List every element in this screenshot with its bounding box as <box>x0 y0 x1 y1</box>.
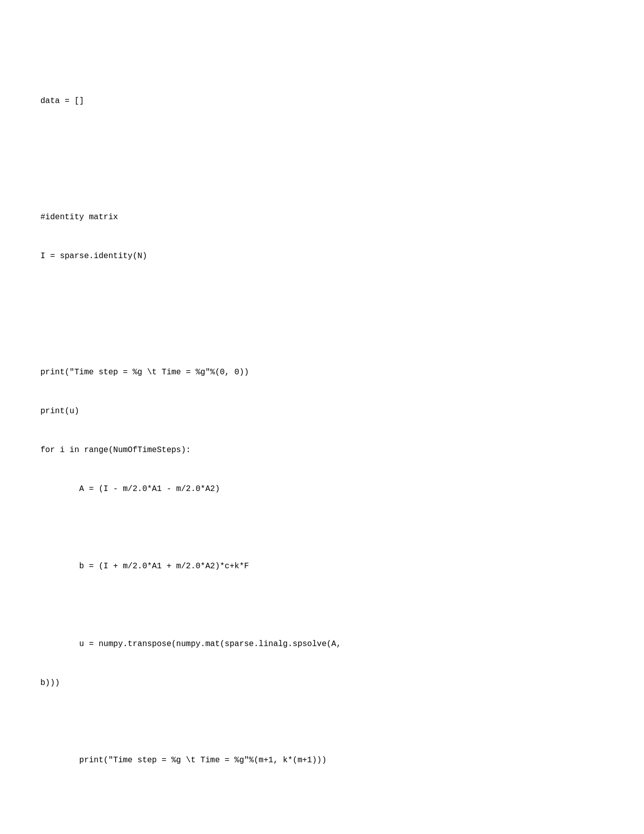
code-line-b-close: b))) <box>40 677 604 690</box>
code-line-printu: print(u) <box>40 405 604 418</box>
blank-line <box>40 173 604 186</box>
code-line-identity: I = sparse.identity(N) <box>40 250 604 263</box>
code-block: data = [] #identity matrix I = sparse.id… <box>40 30 604 834</box>
blank-line <box>40 289 604 302</box>
blank-line <box>40 328 604 341</box>
blank-line <box>40 134 604 147</box>
code-line-print2: print("Time step = %g \t Time = %g"%(m+1… <box>40 754 604 767</box>
blank-line <box>40 56 604 69</box>
code-line-comment: #identity matrix <box>40 211 604 224</box>
code-line-a: A = (I - m/2.0*A1 - m/2.0*A2) <box>40 483 604 496</box>
code-line-u: u = numpy.transpose(numpy.mat(sparse.lin… <box>40 638 604 651</box>
code-line-for: for i in range(NumOfTimeSteps): <box>40 444 604 457</box>
code-line-data: data = [] <box>40 95 604 108</box>
blank-line <box>40 599 604 612</box>
code-line-append: data.append(u) <box>40 832 604 834</box>
code-line-b: b = (I + m/2.0*A1 + m/2.0*A2)*c+k*F <box>40 560 604 573</box>
blank-line <box>40 522 604 535</box>
code-line-print1: print("Time step = %g \t Time = %g"%(0, … <box>40 366 604 379</box>
blank-line <box>40 793 604 806</box>
blank-line <box>40 715 604 728</box>
